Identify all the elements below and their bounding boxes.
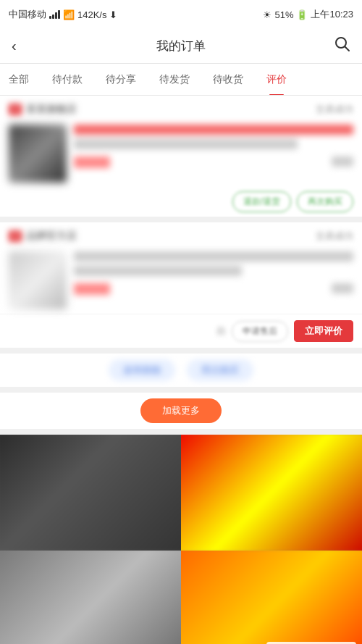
svg-line-1 (345, 47, 350, 51)
product-price-row-1 (74, 156, 353, 168)
carrier-label: 中国移动 (9, 8, 46, 21)
product-cell-4 (181, 551, 362, 644)
product-price-row-2 (74, 283, 353, 295)
shop-tag-2: 店 (9, 230, 22, 242)
order-card-2: 店 品牌官方店 交易成功 自 申请售后 立即评价 (0, 222, 362, 348)
screen-icon: ☀ (263, 9, 272, 20)
tab-bar: 全部 待付款 待分享 待发货 待收货 评价 (0, 64, 362, 96)
tab-pending-shipment[interactable]: 待发货 (148, 64, 201, 96)
product-image-2 (181, 435, 362, 551)
tab-pending-share[interactable]: 待分享 (94, 64, 148, 96)
product-cell-3 (0, 551, 181, 644)
battery-icon: 🔋 (296, 9, 308, 20)
btn-refund[interactable]: 退款/退货 (232, 191, 291, 212)
product-image-4 (181, 551, 362, 644)
download-icon: ⬇ (109, 9, 117, 20)
back-button[interactable]: ‹ (12, 38, 35, 54)
load-more-button[interactable]: 加载更多 (140, 398, 222, 423)
tab-all[interactable]: 全部 (0, 64, 41, 96)
search-icon (334, 36, 350, 52)
order-status-1: 交易成功 (316, 103, 353, 116)
product-thumb-1 (9, 125, 67, 183)
speed-label: 142K/s (77, 9, 106, 20)
product-name-line2 (74, 139, 298, 149)
status-right: ☀ 51% 🔋 上午10:23 (263, 8, 353, 21)
product-desc-2 (74, 251, 353, 295)
product-name-line4 (74, 266, 242, 276)
product-cell-1 (0, 435, 181, 551)
tab-pending-receipt[interactable]: 待收货 (201, 64, 255, 96)
shop-name-1: 店 某某旗舰店 (9, 103, 77, 116)
bottom-products: 百 jingyan.baidu.com (0, 435, 362, 644)
shop-label-2: 品牌官方店 (26, 230, 77, 243)
signal-type: 📶 (63, 9, 75, 20)
signal-icon (49, 10, 60, 19)
order-status-2: 交易成功 (316, 230, 353, 243)
product-image-grid (0, 435, 362, 644)
product-cell-2 (181, 435, 362, 551)
product-image-1 (0, 435, 181, 551)
eval-status-text: 自 (216, 325, 226, 338)
blue-action-bar: 凑单购物 再次购买 (0, 354, 362, 387)
btn-ghost-action[interactable]: 申请售后 (232, 321, 288, 342)
status-bar: 中国移动 📶 142K/s ⬇ ☀ 51% 🔋 上午10:23 (0, 0, 362, 29)
btn-rebuy[interactable]: 再次购买 (297, 191, 353, 212)
product-price-2 (74, 283, 110, 295)
tab-pending-payment[interactable]: 待付款 (41, 64, 94, 96)
product-price-1 (74, 156, 110, 168)
load-more-area: 加载更多 (0, 393, 362, 429)
blue-btn-1[interactable]: 凑单购物 (109, 359, 175, 381)
eval-button[interactable]: 立即评价 (294, 320, 353, 342)
shop-label: 某某旗舰店 (26, 103, 77, 116)
order-header-1: 店 某某旗舰店 交易成功 (0, 96, 362, 120)
shop-name-2: 店 品牌官方店 (9, 230, 77, 243)
blue-btn-2[interactable]: 再次购买 (187, 359, 253, 381)
product-name-line1 (74, 125, 353, 135)
content-area: 店 某某旗舰店 交易成功 退款/退货 再次购买 店 (0, 96, 362, 644)
search-button[interactable] (327, 36, 350, 56)
product-thumb-2 (9, 251, 67, 309)
battery-label: 51% (274, 9, 293, 20)
action-bar-green: 退款/退货 再次购买 (0, 187, 362, 217)
product-qty-1 (332, 156, 353, 167)
order-card-1: 店 某某旗舰店 交易成功 退款/退货 再次购买 (0, 96, 362, 217)
product-row-1 (0, 120, 362, 187)
order-header-2: 店 品牌官方店 交易成功 (0, 222, 362, 247)
page-title: 我的订单 (156, 38, 206, 54)
shop-tag: 店 (9, 104, 22, 115)
eval-row: 自 申请售后 立即评价 (0, 314, 362, 348)
product-qty-2 (332, 283, 353, 293)
tab-review[interactable]: 评价 (255, 64, 298, 96)
product-name-line3 (74, 251, 353, 262)
nav-bar: ‹ 我的订单 (0, 29, 362, 64)
product-desc-1 (74, 125, 353, 168)
status-left: 中国移动 📶 142K/s ⬇ (9, 8, 117, 21)
time-label: 上午10:23 (311, 8, 353, 21)
product-image-3 (0, 551, 181, 644)
product-row-2 (0, 247, 362, 314)
